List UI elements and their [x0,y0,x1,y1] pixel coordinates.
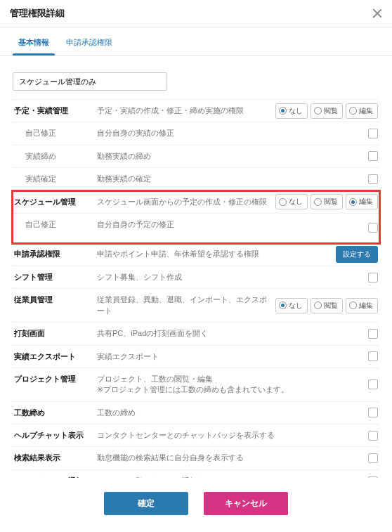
radio-label: 編集 [359,197,373,207]
radio-view[interactable]: 閲覧 [311,298,343,313]
checkbox[interactable] [368,223,378,233]
highlight-schedule-group: スケジュール管理 スケジュール画面からの予定の作成・修正の権限 なし 閲覧 編集… [13,191,379,243]
radio-view[interactable]: 閲覧 [311,194,343,209]
tab-basic-info[interactable]: 基本情報 [10,32,58,55]
row-shift: シフト管理 シフト募集、シフト作成 [13,266,379,289]
row-desc: 勤務実績の確定 [97,168,351,190]
row-desc: プロジェクト、工数の閲覧・編集 ※プロジェクト管理には工数の締めも含まれています… [97,368,351,401]
row-controls [351,323,379,344]
radio-none[interactable]: なし [275,298,308,313]
row-label: 検索結果表示 [13,447,97,469]
radio-dot-icon [349,198,357,206]
radio-dot-icon [279,107,287,115]
radio-none[interactable]: なし [275,103,308,119]
radio-edit[interactable]: 編集 [346,194,378,209]
row-desc: アラート一覧からメール通知する [97,470,351,478]
row-desc: スケジュール画面からの予定の作成・修正の権限 [97,191,274,213]
row-label: 工数締め [13,402,97,424]
close-icon[interactable] [372,8,382,18]
radio-label: なし [289,197,303,207]
row-controls [351,145,379,167]
permission-name-input[interactable] [13,72,167,91]
row-label: プロジェクト管理 [13,368,97,401]
row-desc: コンタクトセンターとのチャットバッジを表示する [97,424,351,446]
row-alert: アラートメール通知 アラート一覧からメール通知する [13,470,379,478]
row-desc: 勤怠機能の検索結果に自分自身を表示する [97,447,351,469]
radio-dot-icon [349,301,357,309]
radio-view[interactable]: 閲覧 [311,103,343,119]
row-label: 打刻画面 [13,323,97,344]
row-export: 実績エクスポート 実績エクスポート [13,346,379,368]
row-controls [351,447,379,469]
radio-label: 閲覧 [324,301,338,311]
tab-bar: 基本情報 申請承認権限 [0,32,392,56]
row-jisseki-kakutei: 実績確定 勤務実績の確定 [13,168,379,190]
checkbox[interactable] [368,351,378,361]
row-project: プロジェクト管理 プロジェクト、工数の閲覧・編集 ※プロジェクト管理には工数の締… [13,368,379,402]
row-controls: なし 閲覧 編集 [274,191,379,213]
row-yojitsu: 予定・実績管理 予定・実績の作成・修正・締め実施の権限 なし 閲覧 編集 [13,100,379,122]
row-schedule-self: 自己修正 自分自身の予定の修正 [13,214,379,243]
row-desc: 共有PC、iPadの打刻画面を開く [97,323,351,344]
checkbox[interactable] [368,408,378,417]
row-label: 従業員管理 [13,289,97,322]
modal-dialog: 管理権限詳細 基本情報 申請承認権限 予定・実績管理 予定・実績の作成・修正・締… [0,0,392,532]
row-controls [351,214,379,242]
confirm-button[interactable]: 確定 [104,492,188,515]
row-desc: 従業員登録、異動、退職、インポート、エクスポート [97,289,274,322]
row-desc: 勤務実績の締め [97,145,351,167]
tab-approval-permission[interactable]: 申請承認権限 [58,32,121,55]
radio-edit[interactable]: 編集 [346,298,378,313]
row-desc: 申請やポイント申請、年休希望を承認する権限 [97,243,334,266]
row-helpchat: ヘルプチャット表示 コンタクトセンターとのチャットバッジを表示する [13,424,379,447]
row-controls: なし 閲覧 編集 [274,100,379,122]
radio-dot-icon [279,198,287,206]
row-desc: 予定・実績の作成・修正・締め実施の権限 [97,100,274,122]
row-controls [351,122,379,144]
checkbox[interactable] [368,129,378,138]
checkbox[interactable] [368,379,378,389]
radio-dot-icon [279,301,287,309]
row-controls [351,266,379,288]
radio-label: 閲覧 [324,106,338,116]
row-yojitsu-self: 自己修正 自分自身の実績の修正 [13,122,379,145]
modal-header: 管理権限詳細 [0,0,392,27]
radio-label: 編集 [359,106,373,116]
radio-dot-icon [314,301,322,309]
radio-dot-icon [314,198,322,206]
row-search: 検索結果表示 勤怠機能の検索結果に自分自身を表示する [13,447,379,469]
radio-edit[interactable]: 編集 [346,103,378,119]
row-desc: 工数の締め [97,402,351,424]
row-label: 実績確定 [13,168,97,190]
row-desc: 実績エクスポート [97,346,351,368]
configure-button[interactable]: 設定する [336,246,378,263]
modal-footer: 確定 キャンセル [0,478,392,532]
cancel-button[interactable]: キャンセル [204,492,288,515]
radio-none[interactable]: なし [275,194,308,209]
row-controls [351,168,379,190]
row-label: 自己修正 [13,122,97,144]
checkbox[interactable] [368,329,378,339]
row-employee: 従業員管理 従業員登録、異動、退職、インポート、エクスポート なし 閲覧 編集 [13,289,379,323]
row-label: ヘルプチャット表示 [13,424,97,446]
checkbox[interactable] [368,431,378,441]
row-controls: 設定する [334,243,379,266]
row-dakoku: 打刻画面 共有PC、iPadの打刻画面を開く [13,323,379,345]
row-controls [351,424,379,446]
permission-rows: 予定・実績管理 予定・実績の作成・修正・締め実施の権限 なし 閲覧 編集 自己修… [13,99,379,478]
row-label: シフト管理 [13,266,97,288]
row-controls [351,470,379,478]
row-desc: シフト募集、シフト作成 [97,266,351,288]
form-body: 予定・実績管理 予定・実績の作成・修正・締め実施の権限 なし 閲覧 編集 自己修… [0,56,392,478]
row-controls [351,402,379,424]
row-desc: 自分自身の予定の修正 [97,214,351,242]
row-label: スケジュール管理 [13,191,97,213]
row-schedule: スケジュール管理 スケジュール画面からの予定の作成・修正の権限 なし 閲覧 編集 [13,191,379,214]
checkbox[interactable] [368,151,378,161]
row-label: 予定・実績管理 [13,100,97,122]
row-label: 実績エクスポート [13,346,97,368]
checkbox[interactable] [368,453,378,463]
row-controls: なし 閲覧 編集 [274,289,379,322]
checkbox[interactable] [368,273,378,283]
checkbox[interactable] [368,174,378,184]
